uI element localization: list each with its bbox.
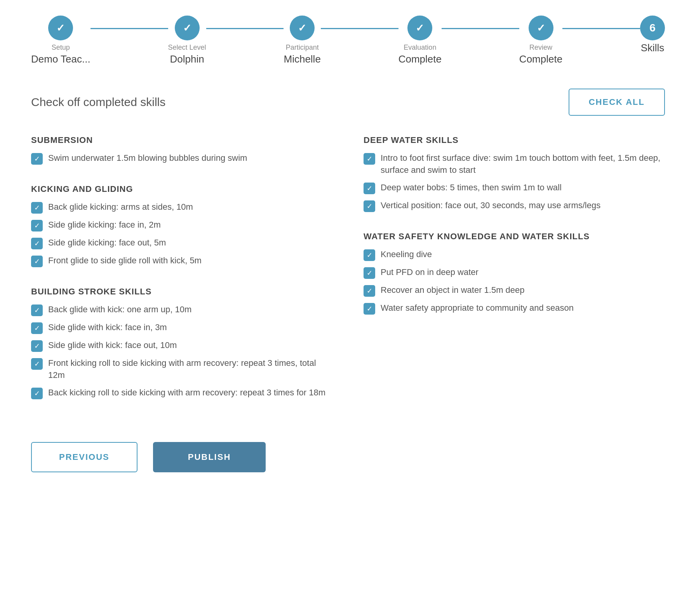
skill-text: Back kicking roll to side kicking with a… [48, 387, 325, 399]
skill-checkbox[interactable]: ✓ [364, 267, 375, 279]
publish-button[interactable]: PUBLISH [153, 442, 266, 472]
footer-buttons: PREVIOUS PUBLISH [31, 442, 665, 472]
step-circle-5[interactable]: ✓ [529, 16, 553, 40]
check-icon: ✓ [416, 22, 424, 34]
skill-item: ✓Recover an object in water 1.5m deep [364, 284, 665, 297]
skill-text: Side glide with kick: face out, 10m [48, 339, 177, 352]
check-icon: ✓ [367, 202, 372, 211]
check-icon: ✓ [34, 360, 40, 368]
left-column: SUBMERSION✓Swim underwater 1.5m blowing … [31, 135, 332, 419]
skill-checkbox[interactable]: ✓ [31, 256, 43, 267]
skill-checkbox[interactable]: ✓ [31, 358, 43, 370]
step-connector-1 [90, 28, 168, 29]
step-circle-3[interactable]: ✓ [290, 16, 315, 40]
step-label-top-2: Select Level [168, 44, 206, 52]
skill-text: Vertical position: face out, 30 seconds,… [381, 200, 600, 212]
section-building-stroke: BUILDING STROKE SKILLS✓Back glide with k… [31, 287, 332, 399]
skill-item: ✓Side glide with kick: face in, 3m [31, 322, 332, 334]
skill-item: ✓Vertical position: face out, 30 seconds… [364, 200, 665, 212]
skill-item: ✓Back kicking roll to side kicking with … [31, 387, 332, 399]
skill-text: Kneeling dive [381, 249, 432, 261]
section-title-building-stroke: BUILDING STROKE SKILLS [31, 287, 332, 297]
skill-checkbox[interactable]: ✓ [31, 340, 43, 352]
skill-item: ✓Deep water bobs: 5 times, then swim 1m … [364, 182, 665, 194]
skill-item: ✓Front glide to side glide roll with kic… [31, 255, 332, 267]
skill-checkbox[interactable]: ✓ [31, 238, 43, 249]
skill-checkbox[interactable]: ✓ [364, 200, 375, 212]
skill-checkbox[interactable]: ✓ [364, 153, 375, 165]
skill-checkbox[interactable]: ✓ [31, 388, 43, 399]
skill-checkbox[interactable]: ✓ [31, 305, 43, 316]
check-icon: ✓ [367, 287, 372, 295]
skill-text: Back glide kicking: arms at sides, 10m [48, 201, 193, 213]
step-label-bottom-1: Demo Teac... [31, 53, 90, 65]
skill-text: Water safety appropriate to community an… [381, 302, 574, 314]
check-icon: ✓ [34, 342, 40, 350]
check-all-button[interactable]: CHECK ALL [569, 89, 665, 116]
step-connector-5 [562, 28, 640, 29]
skill-checkbox[interactable]: ✓ [31, 153, 43, 165]
check-icon: ✓ [34, 306, 40, 315]
skill-checkbox[interactable]: ✓ [364, 183, 375, 194]
skill-text: Back glide with kick: one arm up, 10m [48, 304, 191, 316]
check-icon: ✓ [34, 389, 40, 398]
skill-text: Side glide kicking: face out, 5m [48, 237, 166, 249]
skill-text: Recover an object in water 1.5m deep [381, 284, 525, 296]
step-1: ✓SetupDemo Teac... [31, 16, 90, 65]
check-icon: ✓ [34, 155, 40, 163]
section-title-deep-water: DEEP WATER SKILLS [364, 135, 665, 145]
step-label-bottom-5: Complete [519, 53, 562, 65]
skill-text: Put PFD on in deep water [381, 266, 478, 278]
skill-checkbox[interactable]: ✓ [31, 202, 43, 214]
step-label-bottom-3: Michelle [284, 53, 320, 65]
skill-item: ✓Water safety appropriate to community a… [364, 302, 665, 315]
check-icon: ✓ [56, 22, 65, 34]
check-icon: ✓ [298, 22, 306, 34]
stepper: ✓SetupDemo Teac...✓Select LevelDolphin✓P… [31, 16, 665, 65]
section-submersion: SUBMERSION✓Swim underwater 1.5m blowing … [31, 135, 332, 165]
skill-item: ✓Side glide with kick: face out, 10m [31, 339, 332, 352]
check-icon: ✓ [367, 305, 372, 313]
skill-checkbox[interactable]: ✓ [364, 303, 375, 315]
step-2: ✓Select LevelDolphin [168, 16, 206, 65]
step-4: ✓EvaluationComplete [398, 16, 442, 65]
skill-item: ✓Side glide kicking: face in, 2m [31, 219, 332, 231]
skill-text: Front kicking roll to side kicking with … [48, 357, 332, 381]
skill-checkbox[interactable]: ✓ [364, 285, 375, 297]
skills-grid: SUBMERSION✓Swim underwater 1.5m blowing … [31, 135, 665, 419]
right-column: DEEP WATER SKILLS✓Intro to foot first su… [364, 135, 665, 419]
skill-item: ✓Front kicking roll to side kicking with… [31, 357, 332, 381]
step-connector-3 [321, 28, 398, 29]
section-title-water-safety: WATER SAFETY KNOWLEDGE AND WATER SKILLS [364, 231, 665, 242]
step-label-top-3: Participant [286, 44, 319, 52]
skill-checkbox[interactable]: ✓ [31, 220, 43, 231]
step-circle-6[interactable]: 6 [640, 16, 665, 40]
previous-button[interactable]: PREVIOUS [31, 442, 137, 472]
skill-text: Side glide with kick: face in, 3m [48, 322, 167, 334]
check-icon: ✓ [537, 22, 545, 34]
skill-item: ✓Back glide kicking: arms at sides, 10m [31, 201, 332, 214]
skill-item: ✓Kneeling dive [364, 249, 665, 261]
skill-text: Front glide to side glide roll with kick… [48, 255, 202, 267]
section-kicking-gliding: KICKING AND GLIDING✓Back glide kicking: … [31, 184, 332, 267]
step-circle-4[interactable]: ✓ [407, 16, 432, 40]
step-3: ✓ParticipantMichelle [284, 16, 320, 65]
check-icon: ✓ [183, 22, 191, 34]
skill-text: Side glide kicking: face in, 2m [48, 219, 161, 231]
skill-text: Intro to foot first surface dive: swim 1… [381, 152, 665, 176]
skill-checkbox[interactable]: ✓ [31, 322, 43, 334]
check-icon: ✓ [34, 204, 40, 212]
skill-checkbox[interactable]: ✓ [364, 249, 375, 261]
skill-text: Deep water bobs: 5 times, then swim 1m t… [381, 182, 562, 194]
step-label-top-5: Review [529, 44, 552, 52]
skill-item: ✓Back glide with kick: one arm up, 10m [31, 304, 332, 316]
skill-item: ✓Put PFD on in deep water [364, 266, 665, 279]
step-circle-2[interactable]: ✓ [175, 16, 200, 40]
step-label-bottom-4: Complete [398, 53, 442, 65]
step-connector-4 [442, 28, 519, 29]
step-circle-1[interactable]: ✓ [48, 16, 73, 40]
section-water-safety: WATER SAFETY KNOWLEDGE AND WATER SKILLS✓… [364, 231, 665, 315]
header-row: Check off completed skills CHECK ALL [31, 89, 665, 116]
check-icon: ✓ [367, 184, 372, 193]
check-icon: ✓ [34, 239, 40, 248]
